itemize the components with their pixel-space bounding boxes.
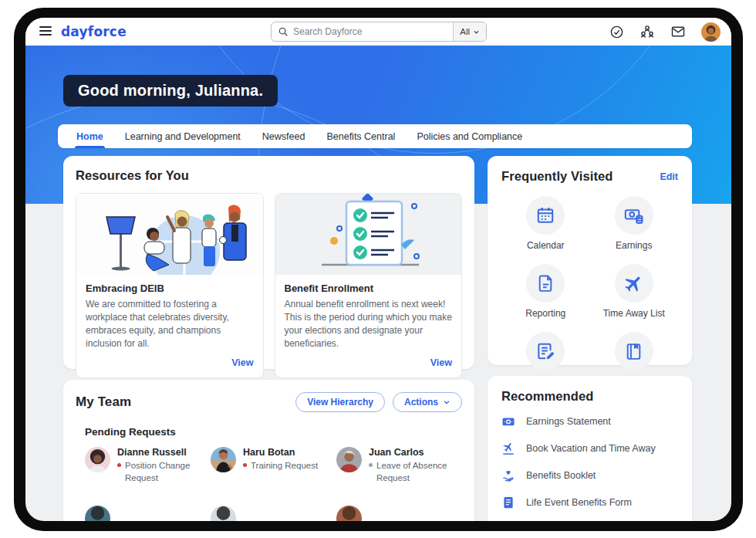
frequently-visited-card: Frequently Visited Edit Calendar Earning… — [488, 156, 692, 365]
plane-departure-icon — [501, 442, 515, 455]
tab-home[interactable]: Home — [66, 124, 114, 148]
status-dot — [369, 463, 373, 467]
dayforce-logo: dayforce — [61, 24, 127, 39]
actions-button[interactable]: Actions — [393, 392, 462, 412]
pending-requests-title: Pending Requests — [85, 426, 462, 438]
tab-newsfeed[interactable]: Newsfeed — [251, 124, 316, 148]
resources-title: Resources for You — [76, 168, 462, 183]
resource-body: Annual benefit enrollment is next week! … — [285, 298, 453, 350]
avatar-dianne-russell — [85, 447, 110, 472]
banknote-icon — [501, 414, 515, 428]
earnings-icon — [615, 196, 653, 235]
resource-card-benefit-enrollment[interactable]: Benefit Enrollment Annual benefit enroll… — [275, 193, 463, 378]
freq-item-earnings[interactable]: Earnings — [590, 196, 679, 251]
view-link[interactable]: View — [285, 357, 453, 368]
status-dot — [117, 463, 121, 467]
rec-item-earnings-statement[interactable]: Earnings Statement — [501, 414, 678, 428]
avatar-haru-botan — [211, 447, 236, 472]
search-icon — [278, 26, 289, 37]
book-icon — [615, 332, 653, 371]
rec-item-book-vacation[interactable]: Book Vacation and Time Away — [501, 442, 678, 455]
view-hierarchy-button[interactable]: View Hierarchy — [295, 392, 385, 412]
tasks-check-circle-icon[interactable] — [609, 25, 624, 39]
messages-envelope-icon[interactable] — [670, 24, 686, 39]
tab-learning-and-development[interactable]: Learning and Development — [114, 124, 251, 148]
resource-body: We are committed to fostering a workplac… — [86, 298, 254, 350]
form-icon — [501, 496, 515, 509]
hamburger-menu-icon[interactable] — [39, 26, 52, 38]
rec-item-benefits-booklet[interactable]: Benefits Booklet — [501, 469, 678, 482]
view-link[interactable]: View — [86, 357, 254, 368]
deib-illustration — [76, 194, 264, 275]
greeting-banner: Good morning, Julianna. — [63, 75, 278, 107]
search-filter-value: All — [460, 27, 470, 36]
chevron-down-icon — [443, 398, 451, 406]
edit-link[interactable]: Edit — [660, 171, 678, 182]
resource-title: Benefit Enrollment — [285, 283, 453, 294]
plane-icon — [615, 264, 653, 303]
my-team-card: My Team View Hierarchy Actions Pending R… — [63, 380, 474, 521]
resource-title: Embracing DEIB — [86, 283, 254, 294]
freq-item-time-away-list[interactable]: Time Away List — [590, 264, 679, 319]
search-bar: All — [271, 22, 487, 42]
topbar-actions — [609, 18, 721, 46]
device-frame: dayforce All — [14, 8, 743, 531]
reporting-icon — [526, 264, 565, 303]
user-avatar[interactable] — [701, 22, 721, 42]
freq-item-reporting[interactable]: Reporting — [501, 264, 590, 319]
resources-for-you-card: Resources for You — [63, 156, 474, 369]
pending-request-haru-botan[interactable]: Haru Botan Training Request — [211, 447, 336, 484]
frequently-visited-title: Frequently Visited — [501, 169, 613, 184]
chevron-down-icon — [473, 29, 480, 36]
my-team-title: My Team — [76, 394, 131, 410]
freq-item-calendar[interactable]: Calendar — [501, 196, 590, 251]
benefit-enrollment-illustration — [275, 194, 463, 275]
rec-item-life-event-form[interactable]: Life Event Benefits Form — [501, 496, 678, 509]
calendar-icon — [526, 196, 565, 235]
hand-heart-icon — [501, 469, 515, 482]
avatar-team-member[interactable] — [85, 506, 110, 521]
tab-benefits-central[interactable]: Benefits Central — [316, 124, 406, 148]
tab-policies-and-compliance[interactable]: Policies and Compliance — [406, 124, 533, 148]
avatar-juan-carlos — [336, 447, 362, 472]
recommended-title: Recommended — [501, 389, 678, 404]
status-dot — [243, 463, 247, 467]
dayforce-app: dayforce All — [25, 18, 731, 521]
org-people-icon[interactable] — [640, 24, 655, 39]
recommended-card: Recommended Earnings Statement Book Vaca… — [488, 376, 692, 521]
pending-request-dianne-russell[interactable]: Dianne Russell Position Change Request — [85, 447, 211, 484]
search-filter-dropdown[interactable]: All — [453, 22, 486, 41]
resource-card-embracing-deib[interactable]: Embracing DEIB We are committed to foste… — [76, 193, 264, 378]
avatar-team-member[interactable] — [336, 506, 362, 521]
avatar-team-member[interactable] — [211, 506, 236, 521]
pending-request-juan-carlos[interactable]: Juan Carlos Leave of Absence Request — [336, 447, 462, 484]
search-input[interactable] — [289, 26, 453, 37]
section-tabbar: Home Learning and Development Newsfeed B… — [58, 124, 692, 148]
forms-icon — [526, 332, 565, 371]
top-bar: dayforce All — [25, 18, 731, 46]
